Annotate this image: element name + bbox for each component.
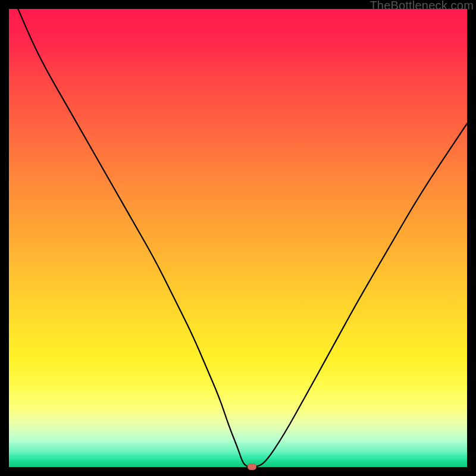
bottleneck-curve — [18, 9, 467, 467]
curve-svg — [9, 9, 467, 467]
optimal-point-marker — [248, 464, 256, 470]
plot-area — [9, 9, 467, 467]
bottleneck-chart: TheBottleneck.com — [0, 0, 476, 476]
watermark: TheBottleneck.com — [369, 0, 474, 12]
